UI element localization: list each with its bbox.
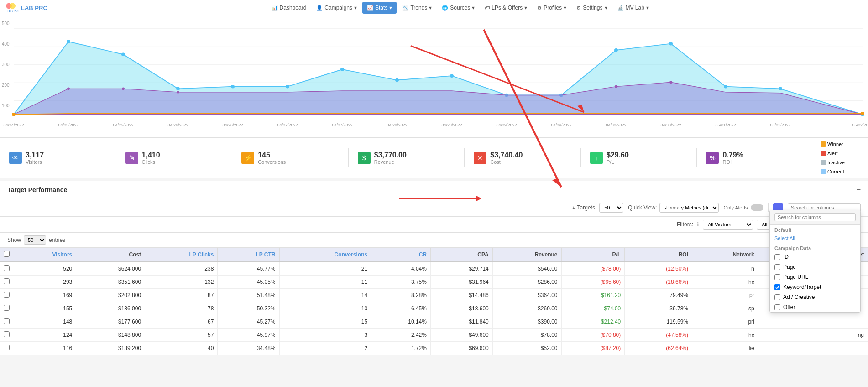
targets-label: # Targets:: [573, 204, 596, 211]
col-header-roi[interactable]: ROI: [625, 248, 692, 262]
select-all-checkbox[interactable]: [4, 251, 10, 257]
row-lp-ctr: 45.05%: [218, 276, 279, 289]
nav-sources[interactable]: 🌐 Sources ▾: [437, 2, 479, 14]
nav-dashboard[interactable]: 📊 Dashboard: [267, 2, 311, 14]
pl-icon: ↑: [590, 152, 603, 164]
col-checkbox-keyword-target[interactable]: [774, 284, 780, 290]
row-lp-clicks: 238: [145, 262, 218, 276]
row-checkbox[interactable]: [0, 262, 14, 276]
svg-point-21: [724, 85, 727, 89]
col-checkbox-id[interactable]: [774, 254, 780, 260]
row-lp-clicks: 87: [145, 289, 218, 302]
row-revenue: $52.00: [492, 342, 561, 355]
col-item-page-url[interactable]: Page URL: [770, 272, 860, 282]
col-header-cpa[interactable]: CPA: [430, 248, 492, 262]
row-lp-ctr: 45.77%: [218, 262, 279, 276]
collapse-button[interactable]: −: [857, 186, 861, 194]
row-lp-ctr: 45.27%: [218, 315, 279, 329]
clicks-label: Clicks: [142, 159, 160, 165]
targets-select[interactable]: 50 100 200: [599, 203, 623, 213]
row-checkbox[interactable]: [0, 329, 14, 342]
row-checkbox[interactable]: [0, 315, 14, 329]
quick-view-label: Quick View:: [628, 204, 657, 211]
row-pl: ($70.80): [561, 329, 625, 342]
nav-trends[interactable]: 📉 Trends ▾: [397, 2, 436, 14]
row-pl: ($87.20): [561, 342, 625, 355]
table-row: 155 $186.000 78 50.32% 10 6.45% $18.600 …: [0, 302, 868, 315]
trends-icon: 📉: [402, 5, 408, 11]
row-checkbox[interactable]: [0, 289, 14, 302]
clicks-icon: 🖱: [125, 152, 138, 164]
col-header-network[interactable]: Network: [692, 248, 758, 262]
columns-dropdown-search[interactable]: [774, 213, 856, 221]
col-item-id[interactable]: ID: [770, 252, 860, 262]
row-visitors: 148: [14, 315, 76, 329]
row-cpa: $31.964: [430, 276, 492, 289]
svg-text:04/30/2022: 04/30/2022: [661, 123, 681, 127]
col-header-visitors[interactable]: Visitors: [14, 248, 76, 262]
table-row: 520 $624.000 238 45.77% 21 4.04% $29.714…: [0, 262, 868, 276]
row-network: pr: [692, 289, 758, 302]
row-lp-clicks: 67: [145, 315, 218, 329]
y-label-500: 500: [2, 21, 10, 26]
nav-stats[interactable]: 📈 Stats ▾: [362, 2, 397, 14]
quick-view-select[interactable]: -Primary Metrics (di: [659, 203, 719, 213]
section-title: Target Performance: [7, 186, 67, 194]
col-header-lp-clicks[interactable]: LP Clicks: [145, 248, 218, 262]
roi-label: ROI: [722, 159, 743, 165]
col-checkbox-offer[interactable]: [774, 304, 780, 310]
row-roi: 119.59%: [625, 315, 692, 329]
nav-lps-offers[interactable]: 🏷 LPs & Offers ▾: [480, 2, 532, 14]
only-alerts-control: Only Alerts: [723, 204, 763, 211]
col-header-conversions[interactable]: Conversions: [279, 248, 371, 262]
col-header-cr[interactable]: CR: [371, 248, 431, 262]
row-lp-clicks: 57: [145, 329, 218, 342]
row-lp-clicks: 132: [145, 276, 218, 289]
col-item-ad-creative[interactable]: Ad / Creative: [770, 292, 860, 302]
y-label-100: 100: [2, 103, 10, 108]
col-header-cost[interactable]: Cost: [76, 248, 145, 262]
row-checkbox[interactable]: [0, 302, 14, 315]
revenue-icon: $: [358, 152, 371, 164]
row-conversions: 2: [279, 342, 371, 355]
col-checkbox-page[interactable]: [774, 264, 780, 270]
col-checkbox-ad-creative[interactable]: [774, 294, 780, 300]
cost-icon: ✕: [474, 152, 486, 164]
clicks-value: 1,410: [142, 151, 160, 159]
cost-label: Cost: [490, 159, 523, 165]
col-label-keyword-target: Keyword/Target: [783, 284, 821, 290]
svg-text:05/02/2022: 05/02/2022: [852, 123, 868, 127]
row-revenue: $78.00: [492, 329, 561, 342]
col-item-offer[interactable]: Offer: [770, 302, 860, 312]
row-cost: $186.000: [76, 302, 145, 315]
col-item-keyword-target[interactable]: Keyword/Target: [770, 282, 860, 292]
nav-campaigns[interactable]: 👤 Campaigns ▾: [312, 2, 361, 14]
col-checkbox-page-url[interactable]: [774, 274, 780, 280]
col-item-page[interactable]: Page: [770, 262, 860, 272]
row-network: hc: [692, 276, 758, 289]
nav-mv-lab[interactable]: 🔬 MV Lab ▾: [613, 2, 654, 14]
col-header-revenue[interactable]: Revenue: [492, 248, 561, 262]
entries-select[interactable]: 50 25 100: [24, 235, 46, 245]
svg-point-9: [67, 40, 70, 43]
row-revenue: $390.00: [492, 315, 561, 329]
row-checkbox[interactable]: [0, 342, 14, 355]
nav-settings[interactable]: ⚙ Settings ▾: [572, 2, 612, 14]
row-checkbox[interactable]: [0, 276, 14, 289]
row-visitors: 116: [14, 342, 76, 355]
sources-icon: 🌐: [442, 5, 448, 11]
conversions-label: Conversions: [258, 159, 286, 165]
col-select-all[interactable]: Select All: [770, 234, 860, 243]
main-nav: 📊 Dashboard 👤 Campaigns ▾ 📈 Stats ▾ 📉 Tr…: [57, 2, 864, 14]
col-header-pl[interactable]: P/L: [561, 248, 625, 262]
y-label-300: 300: [2, 62, 10, 67]
stat-pl: ↑ $29.60 P/L: [581, 148, 697, 167]
legend-current: Current: [821, 169, 844, 174]
nav-profiles[interactable]: ⚙ Profiles ▾: [533, 2, 571, 14]
dashboard-icon: 📊: [272, 5, 278, 11]
col-header-lp-ctr[interactable]: LP CTR: [218, 248, 279, 262]
alert-box: [821, 151, 826, 156]
row-revenue: $546.00: [492, 262, 561, 276]
only-alerts-toggle[interactable]: [751, 204, 763, 211]
visitors-filter[interactable]: All Visitors: [703, 220, 753, 230]
